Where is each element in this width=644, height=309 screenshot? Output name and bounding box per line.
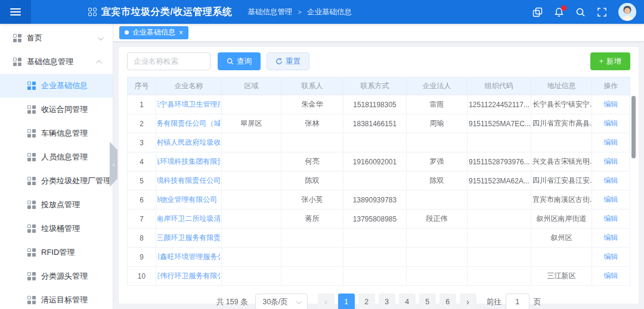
edit-link[interactable]: 编辑 [604,119,618,127]
column-header: 联系人 [281,77,343,95]
tab-enterprise-info[interactable]: 企业基础信息 × [119,26,188,39]
table-row: 7区南岸环卫二所垃圾清运蒋所13795808985段正伟叙州区南岸街道编辑 [128,210,630,229]
company-name-link[interactable]: 宜宾伟行环卫服务有限公司 [157,271,220,281]
cell-company-name: 宜宾伟行环卫服务有限公司 [156,267,222,286]
edit-link[interactable]: 编辑 [604,100,618,108]
cell-phone: 13795808985 [343,210,407,229]
sidebar-menu: 首页基础信息管理企业基础信息收运合同管理车辆信息管理人员信息管理分类垃圾处理厂管… [0,26,113,309]
cell-phone: 19160092001 [343,152,407,171]
cell-action: 编辑 [592,133,630,152]
cell-org_code: 91511523MA62A... [467,171,531,191]
edit-link[interactable]: 编辑 [604,233,618,242]
company-name-link[interactable]: 区南岸环卫二所垃圾清运 [157,214,220,224]
cell-address [531,248,592,267]
column-header: 企业法人 [407,77,467,95]
cell-action: 编辑 [592,248,630,267]
notifications-button[interactable] [554,7,564,17]
reset-button[interactable]: 重置 [267,52,309,70]
sidebar-item-分类源头管理[interactable]: 分类源头管理 [0,264,113,288]
app-title: 宜宾市垃圾分类/收运管理系统 [101,6,232,18]
company-name-link[interactable]: 四川鑫旺环境管理服务公司 [157,252,220,262]
cell-address: 叙州区 [531,229,592,248]
page-button-3[interactable]: 3 [379,294,395,309]
edit-link[interactable]: 编辑 [604,176,618,185]
page-button-4[interactable]: 4 [399,294,416,309]
add-button[interactable]: + 新增 [590,52,630,70]
user-avatar[interactable] [618,3,636,21]
sidebar-item-基础信息管理[interactable]: 基础信息管理 [0,50,113,74]
sidebar-item-垃圾桶管理[interactable]: 垃圾桶管理 [0,217,113,241]
sidebar-item-车辆信息管理[interactable]: 车辆信息管理 [0,121,113,145]
sidebar-item-人员信息管理[interactable]: 人员信息管理 [0,145,113,169]
next-page-button[interactable]: › [460,294,476,309]
tab-close-icon[interactable]: × [179,29,183,36]
cell-org_code: 12511224452117... [467,95,531,114]
query-button[interactable]: 查询 [218,52,261,70]
sidebar-item-label: 企业基础信息 [41,80,88,91]
company-name-link[interactable]: 服务有限责任公司（城乡 [157,118,220,129]
breadcrumb: 基础信息管理 > 企业基础信息 [247,7,351,17]
cell-address: 长宁县长宁镇安宁... [531,95,592,114]
search-icon[interactable] [575,7,586,17]
pager-pages: 123456 [336,294,458,309]
page-button-6[interactable]: 6 [439,294,456,309]
fullscreen-icon[interactable] [597,7,607,17]
edit-link[interactable]: 编辑 [604,214,618,223]
refresh-icon [275,58,283,65]
cell-region [222,210,281,229]
page-button-2[interactable]: 2 [358,294,375,309]
sidebar-toggle-button[interactable] [0,0,31,24]
cell-legal [407,133,467,152]
company-name-link[interactable]: 长宁县环境卫生管理所 [157,99,220,110]
cell-region [222,171,281,191]
company-name-link[interactable]: 市三颜环卫服务有限责任 [157,233,220,243]
table-row: 1长宁县环境卫生管理所朱金华15181198305雷雨1251122445211… [128,95,630,114]
tab-strip: 企业基础信息 × [113,24,644,42]
sidebar-item-投放点管理[interactable]: 投放点管理 [0,193,113,217]
breadcrumb-separator: > [298,8,301,15]
grid-icon [13,58,21,66]
multi-window-icon[interactable] [532,7,543,17]
sidebar-item-分类垃圾处理厂管理[interactable]: 分类垃圾处理厂管理 [0,169,113,193]
cell-org_code [467,248,531,267]
cell-no: 5 [128,171,156,191]
cell-legal: 陈双 [407,171,467,191]
breadcrumb-item: 企业基础信息 [307,7,352,17]
sidebar-item-首页[interactable]: 首页 [0,26,113,50]
goto-page-input[interactable] [506,294,530,309]
sidebar-item-收运合同管理[interactable]: 收运合同管理 [0,98,113,121]
company-name-link[interactable]: 司益环境科技集团有限责任 [157,157,220,167]
vertical-scrollbar[interactable] [631,96,636,158]
avatar-illustration [618,3,636,21]
cell-address: 三江新区 [531,267,592,286]
edit-link[interactable]: 编辑 [604,271,618,280]
sidebar-item-清运目标管理[interactable]: 清运目标管理 [0,288,113,309]
edit-link[interactable]: 编辑 [604,252,618,261]
company-name-link[interactable]: 环境科技有限责任公司江 [157,176,220,186]
cell-action: 编辑 [592,210,630,229]
cell-contact: 蒋所 [281,210,343,229]
page-button-5[interactable]: 5 [419,294,436,309]
sidebar-item-企业基础信息[interactable]: 企业基础信息 [0,74,113,98]
app-logo: 宜宾市垃圾分类/收运管理系统 [88,6,232,18]
cell-no: 2 [128,114,156,133]
table-body: 1长宁县环境卫生管理所朱金华15181198305雷雨1251122445211… [128,95,630,286]
edit-link[interactable]: 编辑 [604,138,618,146]
sidebar-item-label: RFID管理 [41,247,75,258]
edit-link[interactable]: 编辑 [604,195,618,204]
table-header-row: 序号企业名称区域联系人联系方式企业法人组织代码地址信息操作 [128,77,630,95]
cell-legal [407,248,467,267]
sidebar-item-RFID管理[interactable]: RFID管理 [0,241,113,264]
cell-org_code [467,133,531,152]
prev-page-button[interactable]: ‹ [318,294,335,309]
page-size-select[interactable]: 30条/页 [255,294,308,309]
company-name-link[interactable]: 蕉村镇人民政府垃圾收运 [157,138,220,148]
cell-region [222,229,281,248]
cell-contact [281,133,343,152]
company-name-link[interactable]: 鸣鼎物业管理有限公司（南 [157,195,220,205]
edit-link[interactable]: 编辑 [604,157,618,166]
breadcrumb-item[interactable]: 基础信息管理 [247,7,292,17]
page-button-1[interactable]: 1 [338,294,355,309]
company-name-search-input[interactable] [127,52,210,70]
main-content: 企业基础信息 × 查询 重置 + 新增 [113,24,644,309]
